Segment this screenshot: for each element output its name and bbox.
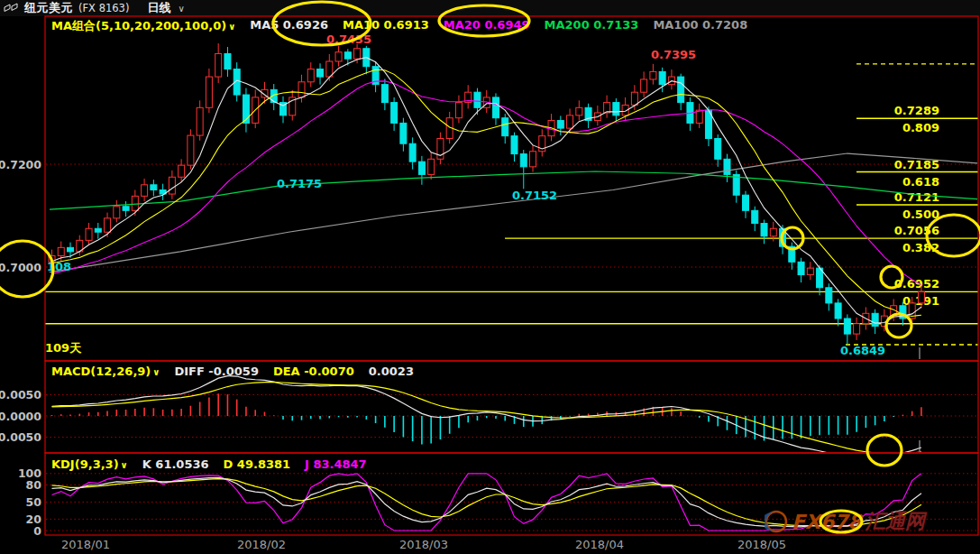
ma200-value-label-2: 0.7152 <box>512 189 557 202</box>
fib-ratio-label: 0.809 <box>902 121 939 134</box>
macd-diff-readout: DIFF -0.0059 <box>174 365 258 378</box>
bars-count-label: 108 <box>47 260 71 273</box>
y-axis-label: 80 <box>26 478 42 492</box>
y-axis-label: 0.0050 <box>0 388 41 402</box>
y-axis-label: -0.0050 <box>0 430 41 444</box>
globe-icon <box>765 510 788 533</box>
chart-application-window: 纽元美元 (FX 8163) 日线 ∨ MA组合(5,10,20,200,100… <box>0 0 980 554</box>
ma100-line <box>50 153 978 272</box>
swing-high-label: 0.7395 <box>651 48 696 61</box>
watermark: FX678 汇通网 <box>765 508 925 535</box>
high-price-readout: 0.7435 <box>326 32 371 46</box>
ma5-readout: MA5 0.6926 <box>250 18 328 34</box>
fib-price-label: 0.7056 <box>894 224 939 237</box>
candlesticks <box>49 43 924 345</box>
gridlines <box>46 164 977 531</box>
fib-ratio-label: 0.500 <box>902 208 939 221</box>
ma-combo-label: MA组合(5,10,20,200,100,0) <box>51 19 226 32</box>
y-axis-label: 0.0000 <box>0 410 41 423</box>
kdj-j-readout: J 83.4847 <box>305 457 367 471</box>
y-axis-label: 50 <box>26 495 42 509</box>
fib-price-label: 0.6952 <box>894 277 939 291</box>
macd-histogram <box>52 393 921 444</box>
fib-ratio-label: 0.382 <box>902 241 939 254</box>
y-axis-label: 0.7200 <box>0 158 41 171</box>
kdj-d-readout: D 49.8381 <box>224 457 291 471</box>
days-count-label: 109天 <box>45 340 81 356</box>
macd-dea-readout: DEA -0.0070 <box>273 365 354 378</box>
x-axis-label: 2018/01 <box>61 538 110 551</box>
macd-readout-row: MACD(12,26,9)∨ DIFF -0.0059 DEA -0.0070 … <box>51 365 414 378</box>
ma-readout-row: MA组合(5,10,20,200,100,0)∨ MA5 0.6926 MA10… <box>51 18 747 34</box>
kdj-dropdown-caret[interactable]: ∨ <box>121 460 128 470</box>
kdj-selector[interactable]: KDJ(9,3,3)∨ <box>51 457 128 471</box>
kdj-label: KDJ(9,3,3) <box>51 457 119 471</box>
ma100-readout: MA100 0.7208 <box>653 18 747 34</box>
x-axis-labels: 2018/012018/022018/032018/042018/05 <box>61 538 786 551</box>
ma200-readout: MA200 0.7133 <box>545 18 639 34</box>
ma20-readout: MA20 0.6949 <box>444 18 530 34</box>
watermark-site: 汇通网 <box>866 508 925 535</box>
ma-combo-selector[interactable]: MA组合(5,10,20,200,100,0)∨ <box>51 18 235 34</box>
macd-selector[interactable]: MACD(12,26,9)∨ <box>51 365 160 378</box>
kdj-readout-row: KDJ(9,3,3)∨ K 61.0536 D 49.8381 J 83.484… <box>51 457 367 471</box>
x-axis-label: 2018/04 <box>575 538 624 551</box>
ma-dropdown-caret[interactable]: ∨ <box>228 22 235 32</box>
y-axis-labels: 0.72000.70000.00500.0000-0.0050100805020… <box>0 158 41 538</box>
macd-bar-readout: 0.0023 <box>369 365 414 378</box>
swing-low-label: 0.6849 <box>840 344 885 357</box>
watermark-brand: FX678 <box>792 511 862 533</box>
fib-price-label: 0.7289 <box>894 104 939 117</box>
x-axis-label: 2018/02 <box>237 538 286 551</box>
y-axis-label: 0 <box>33 524 41 538</box>
x-axis-label: 2018/03 <box>399 538 448 551</box>
kdj-k-readout: K 61.0536 <box>142 457 209 471</box>
ma200-value-label-1: 0.7175 <box>277 177 322 190</box>
fib-ratio-label: 0.618 <box>902 175 939 189</box>
y-axis-label: 0.7000 <box>0 261 41 274</box>
macd-dropdown-caret[interactable]: ∨ <box>152 367 160 377</box>
x-axis-label: 2018/05 <box>737 538 786 551</box>
macd-label: MACD(12,26,9) <box>51 365 151 378</box>
